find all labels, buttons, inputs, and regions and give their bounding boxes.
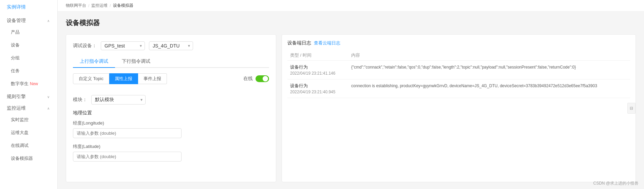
sidebar-item-device-simulator[interactable]: 设备模拟器 — [0, 152, 57, 165]
breadcrumb-current: 设备模拟器 — [113, 3, 133, 8]
digital-twin-new-badge: New — [30, 81, 38, 86]
scroll-icon: ⊟ — [630, 106, 633, 111]
debug-device-label: 调试设备： — [73, 43, 97, 49]
online-label: 在线 — [243, 76, 253, 82]
breadcrumb-monitor-ops[interactable]: 监控运维 — [91, 3, 108, 8]
sidebar-item-digital-twin[interactable]: 数字孪生 New — [0, 77, 57, 90]
device1-select[interactable]: GPS_test — [101, 41, 145, 50]
log-content: connection is establishing, productKey=g… — [351, 83, 627, 89]
log-content: {"cmd":"connack","retain":false,"qos":0,… — [351, 64, 627, 70]
log-table-row: 设备行为 2022/04/19 23:21:41.146 {"cmd":"con… — [287, 61, 630, 79]
panel-row: 调试设备： GPS_test JS_4G_DTU 上行指令调试 下行指令调试 — [66, 34, 636, 182]
log-table-row: 设备行为 2022/04/19 23:21:40.945 connection … — [287, 79, 630, 98]
sidebar: 实例详情 设备管理 ∧ 产品 设备 分组 任务 数字孪生 New 规则引擎 ∨ … — [0, 0, 58, 189]
device2-select[interactable]: JS_4G_DTU — [149, 41, 193, 50]
latitude-label: 纬度(Latitude) — [73, 144, 269, 150]
latitude-input[interactable] — [73, 152, 182, 162]
right-panel: 设备端日志 查看云端日志 类型 / 时间 内容 设备行为 2022/04/19 … — [282, 34, 636, 182]
sub-tab-event-report[interactable]: 事件上报 — [138, 73, 167, 84]
sidebar-item-product[interactable]: 产品 — [0, 26, 57, 39]
left-panel: 调试设备： GPS_test JS_4G_DTU 上行指令调试 下行指令调试 — [66, 34, 276, 182]
log-content-cell: {"cmd":"connack","retain":false,"qos":0,… — [348, 61, 630, 79]
command-tabs: 上行指令调试 下行指令调试 — [73, 56, 269, 68]
longitude-input[interactable] — [73, 128, 182, 138]
sidebar-item-task[interactable]: 任务 — [0, 64, 57, 77]
log-table-header-row: 类型 / 时间 内容 — [287, 50, 630, 61]
sub-tabs: 自定义 Topic 属性上报 事件上报 — [73, 73, 167, 84]
tab-downlink[interactable]: 下行指令调试 — [115, 56, 157, 68]
scroll-button[interactable]: ⊟ — [627, 103, 636, 114]
cloud-log-link[interactable]: 查看云端日志 — [314, 40, 340, 46]
log-type-time-cell: 设备行为 2022/04/19 23:21:40.945 — [287, 79, 348, 98]
sidebar-item-device[interactable]: 设备 — [0, 39, 57, 52]
log-type: 设备行为 — [290, 83, 346, 89]
module-select[interactable]: 默认模块 — [91, 95, 146, 105]
log-time: 2022/04/19 23:21:40.945 — [290, 90, 346, 94]
watermark: CSDN @求上进的小怪兽 — [593, 181, 639, 186]
log-header: 设备端日志 查看云端日志 — [287, 40, 630, 46]
sidebar-group-monitor-ops[interactable]: 监控运维 ∧ — [0, 102, 57, 113]
log-type: 设备行为 — [290, 64, 346, 70]
col-content: 内容 — [348, 50, 630, 61]
longitude-label: 经度(Longitude) — [73, 120, 269, 126]
log-content-cell: connection is establishing, productKey=g… — [348, 79, 630, 98]
chevron-up-icon: ∧ — [46, 19, 51, 23]
main-area: 物联网平台 / 监控运维 / 设备模拟器 设备模拟器 调试设备： GPS_tes… — [58, 0, 644, 189]
tab-uplink[interactable]: 上行指令调试 — [73, 56, 115, 68]
location-title: 地理位置 — [73, 110, 269, 116]
sidebar-group-rule-engine[interactable]: 规则引擎 ∨ — [0, 90, 57, 102]
breadcrumb-sep-2: / — [110, 3, 111, 8]
online-toggle-row: 在线 — [243, 75, 269, 82]
chevron-up-icon-2: ∧ — [46, 107, 51, 110]
module-label: 模块： — [73, 97, 87, 103]
content-area: 设备模拟器 调试设备： GPS_test JS_4G_DTU 上行指令调试 — [58, 12, 644, 189]
breadcrumb: 物联网平台 / 监控运维 / 设备模拟器 — [58, 0, 644, 12]
col-type-time: 类型 / 时间 — [287, 50, 348, 61]
breadcrumb-sep-1: / — [88, 3, 89, 8]
chevron-down-icon: ∨ — [46, 95, 51, 99]
sidebar-group-device-management[interactable]: 设备管理 ∧ — [0, 14, 57, 26]
log-time: 2022/04/19 23:21:41.146 — [290, 71, 346, 76]
sub-tab-custom-topic[interactable]: 自定义 Topic — [73, 73, 109, 84]
latitude-field: 纬度(Latitude) — [73, 144, 269, 162]
log-table: 类型 / 时间 内容 设备行为 2022/04/19 23:21:41.146 … — [287, 50, 630, 98]
sidebar-item-instance-detail[interactable]: 实例详情 — [0, 0, 57, 14]
log-title: 设备端日志 — [287, 40, 311, 46]
sub-tab-property-report[interactable]: 属性上报 — [109, 73, 138, 84]
breadcrumb-iot-platform[interactable]: 物联网平台 — [66, 3, 86, 8]
sidebar-item-group[interactable]: 分组 — [0, 52, 57, 64]
sidebar-item-online-debug[interactable]: 在线调试 — [0, 139, 57, 152]
debug-device-row: 调试设备： GPS_test JS_4G_DTU — [73, 41, 269, 50]
online-toggle[interactable] — [255, 75, 269, 82]
module-row: 模块： 默认模块 — [73, 95, 269, 105]
sidebar-item-ops-dashboard[interactable]: 运维大盘 — [0, 126, 57, 139]
page-title: 设备模拟器 — [66, 18, 636, 27]
log-type-time-cell: 设备行为 2022/04/19 23:21:41.146 — [287, 61, 348, 79]
longitude-field: 经度(Longitude) — [73, 120, 269, 138]
sidebar-item-realtime-monitor[interactable]: 实时监控 — [0, 113, 57, 126]
